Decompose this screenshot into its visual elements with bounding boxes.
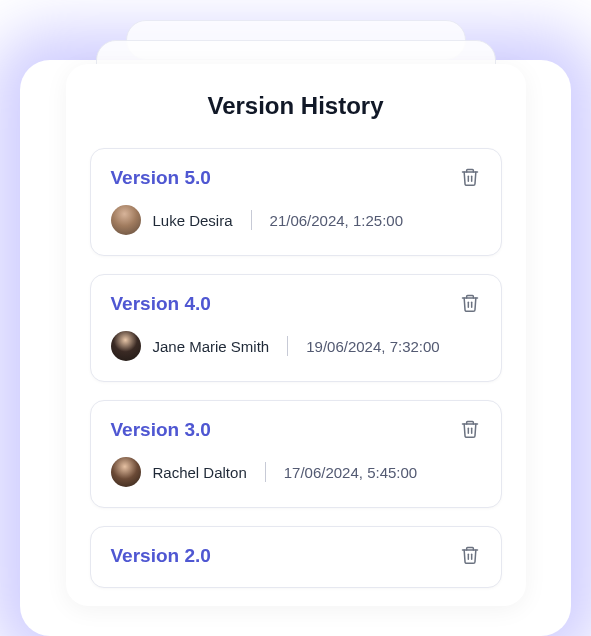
version-history-panel: Version History Version 5.0 Luke: [66, 64, 526, 606]
timestamp: 21/06/2024, 1:25:00: [270, 212, 403, 229]
avatar: [111, 457, 141, 487]
version-item[interactable]: Version 5.0 Luke Desira 21/06/2024, 1:25…: [90, 148, 502, 256]
trash-icon: [460, 293, 480, 316]
delete-button[interactable]: [459, 545, 481, 567]
trash-icon: [460, 167, 480, 190]
version-label: Version 4.0: [111, 293, 211, 315]
user-name: Jane Marie Smith: [153, 338, 270, 355]
timestamp: 19/06/2024, 7:32:00: [306, 338, 439, 355]
trash-icon: [460, 545, 480, 568]
trash-icon: [460, 419, 480, 442]
delete-button[interactable]: [459, 293, 481, 315]
meta-divider: [287, 336, 288, 356]
version-label: Version 5.0: [111, 167, 211, 189]
meta-divider: [265, 462, 266, 482]
delete-button[interactable]: [459, 167, 481, 189]
page-title: Version History: [90, 92, 502, 120]
meta-divider: [251, 210, 252, 230]
timestamp: 17/06/2024, 5:45:00: [284, 464, 417, 481]
avatar: [111, 205, 141, 235]
version-item[interactable]: Version 3.0 Rachel Dalton 17/06/2024, 5:…: [90, 400, 502, 508]
version-item[interactable]: Version 2.0: [90, 526, 502, 588]
avatar: [111, 331, 141, 361]
version-label: Version 3.0: [111, 419, 211, 441]
user-name: Luke Desira: [153, 212, 233, 229]
delete-button[interactable]: [459, 419, 481, 441]
version-label: Version 2.0: [111, 545, 211, 567]
user-name: Rachel Dalton: [153, 464, 247, 481]
version-item[interactable]: Version 4.0 Jane Marie Smith 19/06/2024,: [90, 274, 502, 382]
